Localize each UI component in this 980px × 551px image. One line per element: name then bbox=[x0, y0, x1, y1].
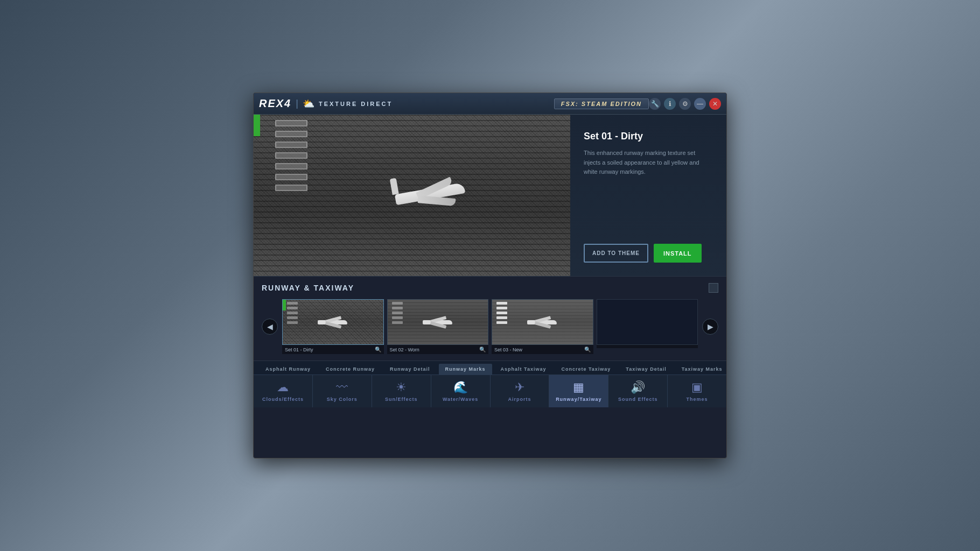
sound-icon: 🔊 bbox=[631, 380, 645, 394]
close-button[interactable]: ✕ bbox=[709, 98, 721, 110]
runway-mark-4 bbox=[275, 152, 307, 159]
nav-item-airports[interactable]: ✈ Airports bbox=[491, 375, 550, 407]
tab-taxiway-detail[interactable]: Taxiway Detail bbox=[619, 364, 673, 375]
thumb-label-text-3: Set 03 - New bbox=[494, 347, 522, 352]
settings-button[interactable]: ⚙ bbox=[679, 98, 691, 110]
sky-label: Sky Colors bbox=[327, 397, 358, 402]
thumb-image-2 bbox=[387, 299, 489, 345]
runway-mark-5 bbox=[275, 163, 307, 169]
next-arrow[interactable]: ▶ bbox=[702, 319, 718, 335]
runway-icon: ▦ bbox=[573, 380, 584, 394]
runway-label: Runway/Taxiway bbox=[556, 397, 601, 402]
tools-button[interactable]: 🔧 bbox=[649, 98, 661, 110]
thumbnail-section-title: RUNWAY & TAXIWAY bbox=[262, 284, 354, 292]
preview-actions: ADD TO THEME INSTALL bbox=[584, 244, 713, 263]
title-bar: REX4 | ⛅ TEXTURE DIRECT FSX: STEAM EDITI… bbox=[254, 93, 726, 115]
thumb-zoom-icon-3[interactable]: 🔍 bbox=[584, 347, 591, 352]
aircraft-wing-right bbox=[418, 195, 456, 206]
sun-label: Sun/Effects bbox=[385, 397, 418, 402]
sun-icon: ☀ bbox=[396, 380, 407, 394]
nav-item-themes[interactable]: ▣ Themes bbox=[668, 375, 726, 407]
preview-title: Set 01 - Dirty bbox=[584, 131, 713, 142]
thumbnails-row: ◀ bbox=[262, 299, 718, 354]
sky-icon: 〰 bbox=[336, 380, 348, 394]
preview-info: Set 01 - Dirty This enhanced runway mark… bbox=[570, 115, 726, 276]
thumbnail-section: RUNWAY & TAXIWAY ◀ bbox=[254, 276, 726, 361]
thumb-marks-2 bbox=[392, 300, 403, 344]
thumbnail-item-4 bbox=[597, 299, 698, 354]
nav-item-water[interactable]: 🌊 Water/Waves bbox=[431, 375, 491, 407]
title-bar-icons: 🔧 ℹ ⚙ — ✕ bbox=[649, 98, 721, 110]
add-to-theme-button[interactable]: ADD TO THEME bbox=[584, 244, 648, 263]
tab-asphalt-runway[interactable]: Asphalt Runway bbox=[259, 364, 317, 375]
thumbnail-header: RUNWAY & TAXIWAY bbox=[262, 283, 718, 293]
green-corner-indicator bbox=[254, 115, 260, 136]
thumb-image-3 bbox=[492, 299, 593, 345]
thumb-marks-1 bbox=[287, 300, 298, 344]
runway-mark-2 bbox=[275, 131, 307, 137]
minimize-button[interactable]: — bbox=[694, 98, 706, 110]
thumb-label-2: Set 02 - Worn 🔍 bbox=[387, 345, 489, 354]
tab-taxiway-marks[interactable]: Taxiway Marks bbox=[675, 364, 727, 375]
thumb-image-1 bbox=[282, 299, 384, 345]
install-button[interactable]: INSTALL bbox=[654, 244, 702, 263]
logo-cloud-icon: ⛅ bbox=[303, 98, 314, 110]
thumbnail-item-1[interactable]: Set 01 - Dirty 🔍 bbox=[282, 299, 384, 354]
thumbnail-item-3[interactable]: Set 03 - New 🔍 bbox=[492, 299, 593, 354]
thumb-label-1: Set 01 - Dirty 🔍 bbox=[282, 345, 384, 354]
thumb-aircraft-3 bbox=[523, 312, 561, 333]
nav-item-sound[interactable]: 🔊 Sound Effects bbox=[608, 375, 668, 407]
water-icon: 🌊 bbox=[453, 380, 468, 394]
themes-label: Themes bbox=[687, 397, 708, 402]
main-preview: Set 01 - Dirty This enhanced runway mark… bbox=[254, 115, 726, 276]
thumb-zoom-icon-1[interactable]: 🔍 bbox=[375, 347, 381, 352]
airports-icon: ✈ bbox=[515, 380, 524, 394]
prev-arrow[interactable]: ◀ bbox=[262, 319, 278, 335]
runway-mark-3 bbox=[275, 142, 307, 148]
platform-badge: FSX: STEAM EDITION bbox=[554, 98, 649, 109]
thumbnails-list: Set 01 - Dirty 🔍 bbox=[282, 299, 698, 354]
clouds-icon: ☁ bbox=[277, 380, 289, 394]
thumbnail-checkbox[interactable] bbox=[709, 283, 718, 293]
logo-rex: REX4 bbox=[259, 97, 291, 110]
tab-runway-detail[interactable]: Runway Detail bbox=[383, 364, 437, 375]
thumbnail-item-2[interactable]: Set 02 - Worn 🔍 bbox=[387, 299, 489, 354]
info-button[interactable]: ℹ bbox=[664, 98, 676, 110]
runway-markings bbox=[275, 115, 307, 276]
thumb-green-corner-1 bbox=[283, 300, 286, 310]
airports-label: Airports bbox=[508, 397, 531, 402]
title-bar-left: REX4 | ⛅ TEXTURE DIRECT FSX: STEAM EDITI… bbox=[259, 97, 649, 110]
tab-runway-marks[interactable]: Runway Marks bbox=[439, 364, 492, 375]
app-window: REX4 | ⛅ TEXTURE DIRECT FSX: STEAM EDITI… bbox=[253, 93, 727, 458]
thumb-label-3: Set 03 - New 🔍 bbox=[492, 345, 593, 354]
category-tabs: Asphalt Runway Concrete Runway Runway De… bbox=[254, 361, 726, 375]
thumb-label-text-2: Set 02 - Worn bbox=[390, 347, 419, 352]
nav-item-sun[interactable]: ☀ Sun/Effects bbox=[372, 375, 431, 407]
thumb-zoom-icon-2[interactable]: 🔍 bbox=[479, 347, 486, 352]
thumb-aircraft-1 bbox=[314, 312, 352, 333]
themes-icon: ▣ bbox=[691, 380, 703, 394]
runway-mark-1 bbox=[275, 120, 307, 126]
preview-description: This enhanced runway marking texture set… bbox=[584, 149, 713, 233]
tab-asphalt-taxiway[interactable]: Asphalt Taxiway bbox=[494, 364, 553, 375]
aircraft-tail bbox=[390, 178, 399, 195]
sound-label: Sound Effects bbox=[618, 397, 658, 402]
preview-image-content bbox=[254, 115, 570, 276]
runway-mark-6 bbox=[275, 174, 307, 180]
nav-item-runway[interactable]: ▦ Runway/Taxiway bbox=[549, 375, 608, 407]
thumb-label-text-1: Set 01 - Dirty bbox=[285, 347, 313, 352]
runway-mark-7 bbox=[275, 185, 307, 191]
water-label: Water/Waves bbox=[443, 397, 478, 402]
preview-image bbox=[254, 115, 570, 276]
thumb-empty-4 bbox=[597, 299, 698, 345]
thumb-aircraft-2 bbox=[419, 312, 457, 333]
nav-item-sky[interactable]: 〰 Sky Colors bbox=[313, 375, 372, 407]
bottom-nav: ☁ Clouds/Effects 〰 Sky Colors ☀ Sun/Effe… bbox=[254, 375, 726, 407]
clouds-label: Clouds/Effects bbox=[262, 397, 304, 402]
thumb-marks-3 bbox=[496, 300, 507, 344]
tab-concrete-runway[interactable]: Concrete Runway bbox=[319, 364, 381, 375]
thumb-label-4 bbox=[597, 345, 698, 348]
nav-item-clouds[interactable]: ☁ Clouds/Effects bbox=[254, 375, 313, 407]
tab-concrete-taxiway[interactable]: Concrete Taxiway bbox=[555, 364, 617, 375]
logo-subtitle: TEXTURE DIRECT bbox=[319, 101, 393, 107]
